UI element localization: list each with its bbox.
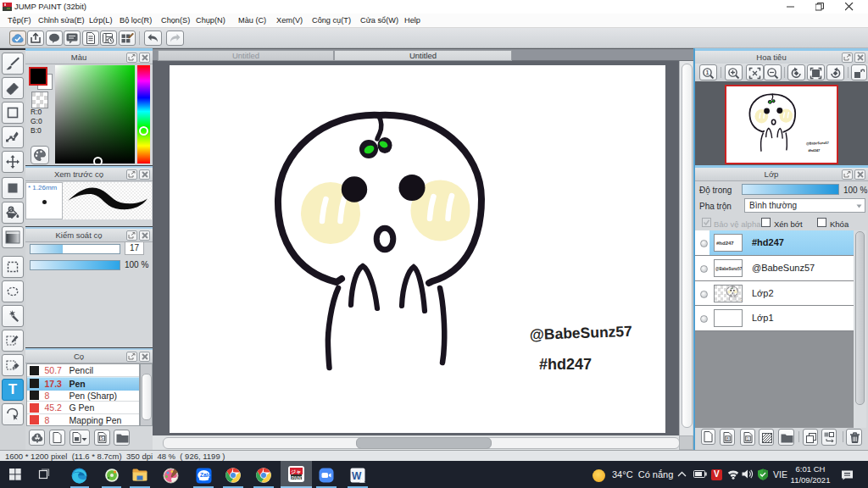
svg-text:1: 1 [706, 69, 709, 75]
svg-text:Zalo: Zalo [200, 472, 211, 478]
svg-text:ジャ: ジャ [291, 469, 301, 474]
svg-text:W: W [352, 470, 362, 482]
svg-text:8: 8 [726, 436, 729, 441]
svg-text:#hd247: #hd247 [539, 356, 592, 373]
svg-text:S: S [101, 435, 104, 441]
svg-text:PAINT: PAINT [292, 475, 303, 480]
svg-text:@BabeSunz57: @BabeSunz57 [529, 323, 632, 343]
svg-text:1: 1 [747, 436, 749, 441]
